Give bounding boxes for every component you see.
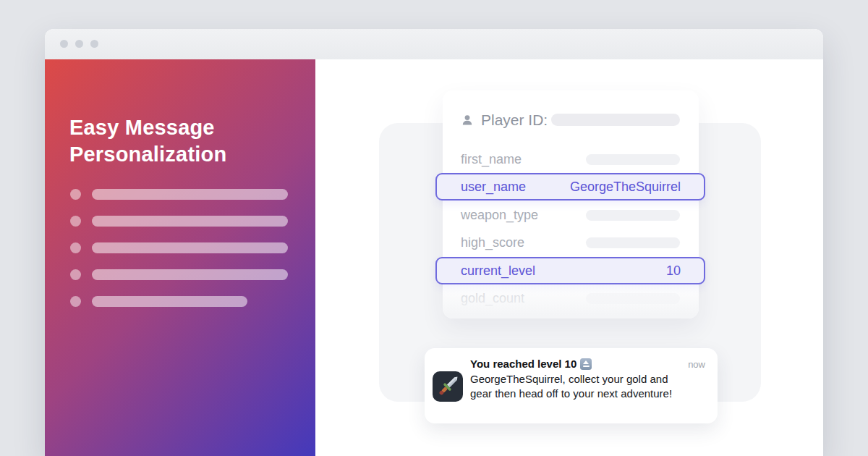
bullet-dot <box>70 269 81 280</box>
window-minimize-button[interactable] <box>75 40 83 48</box>
field-value: 10 <box>666 263 681 279</box>
bullet-dot <box>70 296 81 307</box>
window-close-button[interactable] <box>60 40 68 48</box>
traffic-lights <box>60 40 98 48</box>
window-body: Easy Message Personalization <box>45 59 823 456</box>
bullet-item <box>70 242 288 253</box>
page-title-line1: Easy Message <box>69 114 226 141</box>
bullet-dot <box>70 216 81 227</box>
page-title: Easy Message Personalization <box>69 114 226 168</box>
field-label: gold_count <box>461 291 524 306</box>
bullet-dot <box>70 189 81 200</box>
bullet-text-placeholder <box>92 189 288 200</box>
field-row-first-name[interactable]: first_name <box>443 145 699 173</box>
bullet-item <box>70 296 288 307</box>
notification-title-row: You reached level 10 <box>470 358 674 370</box>
field-label: weapon_type <box>461 208 538 223</box>
feature-bullet-list <box>70 189 288 323</box>
bullet-text-placeholder <box>92 242 288 253</box>
person-icon <box>461 114 474 127</box>
window-maximize-button[interactable] <box>90 40 98 48</box>
field-row-gold-count[interactable]: gold_count <box>443 284 699 312</box>
field-row-user-name[interactable]: user_name GeorgeTheSquirrel <box>435 173 705 200</box>
level-up-icon <box>580 358 592 370</box>
field-row-current-level[interactable]: current_level 10 <box>435 257 705 284</box>
field-row-high-score[interactable]: high_score <box>443 229 699 256</box>
bullet-dot <box>70 242 81 253</box>
marketing-graphic: Easy Message Personalization <box>0 0 868 456</box>
notification-body: GeorgeTheSquirrel, collect your gold and… <box>470 372 676 401</box>
notification-timestamp: now <box>688 359 705 370</box>
field-row-weapon-type[interactable]: weapon_type <box>443 201 699 229</box>
bullet-item <box>70 269 288 280</box>
player-attributes-card: Player ID: first_name user_name GeorgeTh… <box>443 90 699 318</box>
field-label: current_level <box>461 263 535 279</box>
field-value-placeholder <box>586 293 680 304</box>
player-id-value-placeholder <box>551 114 680 126</box>
content-area: Player ID: first_name user_name GeorgeTh… <box>315 59 823 456</box>
bullet-text-placeholder <box>92 216 288 227</box>
player-id-header: Player ID: <box>461 111 680 129</box>
bullet-item <box>70 189 288 200</box>
field-value-placeholder <box>586 154 680 165</box>
field-label: user_name <box>461 180 526 195</box>
field-label: high_score <box>461 235 524 250</box>
browser-window: Easy Message Personalization <box>45 29 823 456</box>
browser-toolbar <box>45 29 823 59</box>
field-value-placeholder <box>586 210 680 221</box>
field-label: first_name <box>461 152 522 167</box>
bullet-text-placeholder <box>92 269 288 280</box>
dagger-icon <box>433 371 463 402</box>
player-id-label: Player ID: <box>481 111 548 129</box>
page-title-line2: Personalization <box>69 141 226 168</box>
bullet-text-placeholder <box>92 296 247 307</box>
push-notification[interactable]: You reached level 10 now GeorgeTheSquirr… <box>425 348 718 423</box>
feature-panel: Easy Message Personalization <box>45 59 315 456</box>
notification-title: You reached level 10 <box>470 358 576 370</box>
field-value: GeorgeTheSquirrel <box>570 180 681 195</box>
bullet-item <box>70 216 288 227</box>
field-value-placeholder <box>586 237 680 248</box>
